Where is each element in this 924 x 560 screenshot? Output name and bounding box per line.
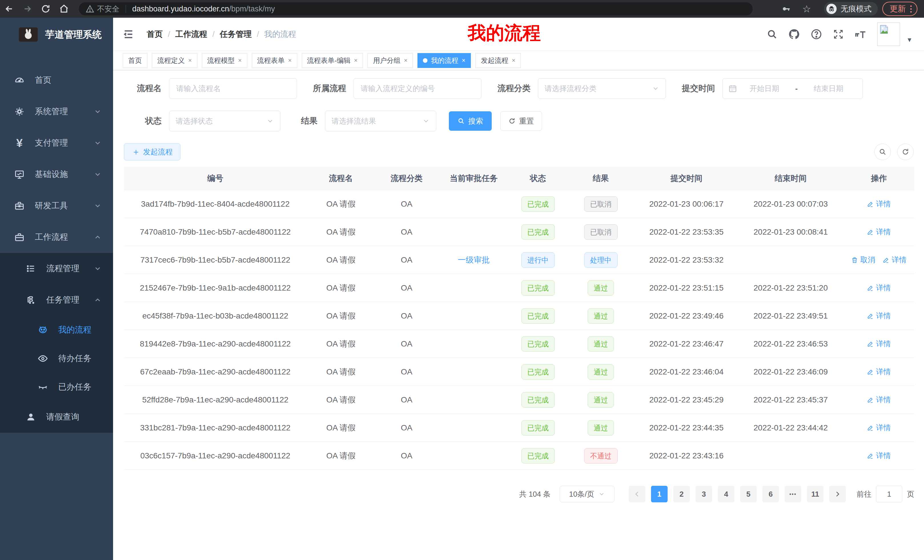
avatar-caret-icon[interactable]: ▼ [906,36,913,44]
detail-link[interactable]: 详情 [867,227,891,237]
reload-icon[interactable] [36,0,55,18]
result-badge: 已取消 [584,196,618,212]
sidebar-item-workflow[interactable]: 工作流程 [0,222,113,253]
bookmark-star-icon[interactable]: ☆ [800,0,814,18]
page-button[interactable]: 11 [807,486,824,502]
tag-my-process[interactable]: 我的流程× [417,53,471,68]
breadcrumb-home[interactable]: 首页 [147,29,163,40]
detail-link[interactable]: 详情 [867,311,891,321]
cell-id: 7470a810-7b9b-11ec-b5b7-acde48001122 [124,225,307,240]
forward-icon[interactable] [18,0,36,18]
sidebar-item-my-process[interactable]: 我的流程 [0,316,113,344]
cancel-link[interactable]: 取消 [851,255,875,265]
font-size-icon[interactable] [854,28,867,40]
avatar[interactable] [877,22,900,46]
dashboard-icon [14,75,25,85]
start-process-button[interactable]: ＋ 发起流程 [124,143,180,160]
back-icon[interactable] [0,0,18,18]
fullscreen-icon[interactable] [832,28,844,40]
tag-start-process[interactable]: 发起流程× [476,53,521,68]
not-secure-warning[interactable]: 不安全 [86,4,119,14]
page-button[interactable]: 3 [696,486,712,502]
password-key-icon[interactable] [779,0,793,18]
refresh-table-button[interactable] [897,144,914,160]
submit-time-range-picker[interactable]: 开始日期 - 结束日期 [722,78,863,99]
divider [126,5,126,13]
breadcrumb-workflow[interactable]: 工作流程 [176,29,207,40]
search-icon[interactable] [766,28,778,40]
tag-home[interactable]: 首页 [123,53,147,68]
github-icon[interactable] [788,28,800,40]
tag-user-group[interactable]: 用户分组× [368,53,413,68]
close-icon[interactable]: × [354,57,358,64]
show-search-toggle-button[interactable] [874,144,891,160]
jump-page-input[interactable] [876,486,902,502]
detail-link[interactable]: 详情 [867,423,891,433]
table-row: 03c6c157-7b9a-11ec-a290-acde48001122 OA … [124,442,914,470]
home-icon[interactable] [55,0,73,18]
detail-link[interactable]: 详情 [867,395,891,405]
close-icon[interactable]: × [288,57,292,64]
status-badge: 已完成 [521,448,555,464]
sidebar-item-system[interactable]: 系统管理 [0,96,113,127]
page-size-select[interactable]: 10条/页 [560,486,615,502]
detail-link[interactable]: 详情 [867,367,891,377]
more-pages-button[interactable]: ••• [784,486,801,502]
result-badge: 通过 [588,308,614,324]
detail-link[interactable]: 详情 [867,199,891,209]
sidebar-item-done-tasks[interactable]: 已办任务 [0,373,113,401]
tag-process-form-edit[interactable]: 流程表单-编辑× [302,53,363,68]
sidebar-item-process-management[interactable]: 流程管理 [0,253,113,284]
result-select[interactable]: 请选择流结果 [325,111,436,131]
page-button[interactable]: 6 [762,486,779,502]
browser-update-button[interactable]: 更新 [882,2,917,16]
prev-page-button[interactable] [629,486,645,502]
address-bar[interactable]: 不安全 dashboard.yudao.iocoder.cn/bpm/task/… [79,2,753,15]
sidebar-item-infrastructure[interactable]: 基础设施 [0,159,113,190]
briefcase-icon [14,232,25,242]
refresh-icon [902,148,909,156]
cell-id: 7317cec6-7b9b-11ec-b5b7-acde48001122 [124,253,307,267]
sidebar-item-todo-tasks[interactable]: 待办任务 [0,344,113,373]
category-select[interactable]: 请选择流程分类 [538,78,666,99]
page-button[interactable]: 1 [651,486,668,502]
tag-process-definition[interactable]: 流程定义× [152,53,197,68]
process-def-input[interactable] [354,78,482,99]
tag-process-model[interactable]: 流程模型× [202,53,247,68]
sidebar-item-home[interactable]: 首页 [0,64,113,96]
help-icon[interactable] [810,28,822,40]
close-icon[interactable]: × [404,57,408,64]
page-button[interactable]: 4 [718,486,734,502]
hamburger-icon[interactable] [120,26,137,43]
toolbox-icon [14,201,25,211]
page-button[interactable]: 2 [673,486,690,502]
table-header: 编号 流程名 流程分类 当前审批任务 状态 结果 提交时间 结束时间 操作 [124,167,914,190]
close-icon[interactable]: × [462,57,465,64]
next-page-button[interactable] [829,486,846,502]
sidebar-item-dev-tools[interactable]: 研发工具 [0,190,113,222]
pagination: 共 104 条 10条/页 1 2 3 4 5 6 ••• 11 [124,486,914,502]
sidebar: 芋道管理系统 首页 系统管理 ¥ 支付管理 [0,18,113,560]
current-task-link[interactable]: 一级审批 [458,256,490,264]
detail-link[interactable]: 详情 [883,255,907,265]
edit-icon [867,397,874,403]
category-label: 流程分类 [487,83,531,94]
page-button[interactable]: 5 [740,486,757,502]
detail-link[interactable]: 详情 [867,339,891,349]
reset-button[interactable]: 重置 [500,111,542,131]
close-icon[interactable]: × [188,57,192,64]
sidebar-item-task-management[interactable]: 任务管理 [0,284,113,316]
status-select[interactable]: 请选择状态 [169,111,280,131]
detail-link[interactable]: 详情 [867,283,891,293]
process-name-input[interactable] [169,78,297,99]
close-icon[interactable]: × [238,57,242,64]
process-name-label: 流程名 [124,83,162,94]
tag-process-form[interactable]: 流程表单× [252,53,297,68]
sidebar-item-payment[interactable]: ¥ 支付管理 [0,127,113,159]
close-icon[interactable]: × [512,57,515,64]
search-button[interactable]: 搜索 [449,111,492,131]
detail-link[interactable]: 详情 [867,451,891,461]
sidebar-item-leave-query[interactable]: 请假查询 [0,401,113,433]
browser-menu-icon[interactable] [910,5,912,13]
breadcrumb-task-management[interactable]: 任务管理 [220,29,252,40]
